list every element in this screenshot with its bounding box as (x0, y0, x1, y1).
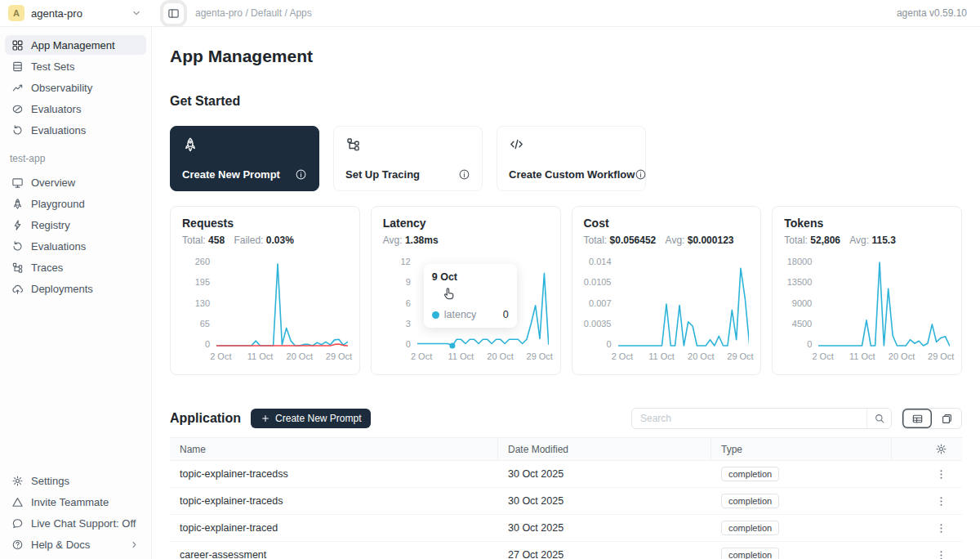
sidebar-item-app-evaluations[interactable]: Evaluations (5, 236, 146, 256)
tree-icon (11, 262, 24, 274)
create-custom-workflow-card[interactable]: Create Custom Workflow (497, 126, 646, 191)
tooltip-series-name: latency (444, 309, 477, 320)
chat-icon (11, 517, 24, 530)
y-axis: 260195130650 (182, 257, 216, 349)
app-date: 30 Oct 2025 (498, 522, 711, 534)
card-label: Create New Prompt (182, 168, 280, 181)
sidebar-item-help-docs[interactable]: Help & Docs (5, 534, 146, 554)
rocket-icon (182, 136, 198, 153)
chart-stats: Total: 52,806 Avg: 115.3 (784, 235, 950, 248)
tree-icon (345, 136, 361, 152)
main-content: App Management Get Started Create New Pr… (152, 27, 980, 559)
sidebar-item-label: Evaluators (31, 103, 81, 115)
series-dot (432, 311, 439, 319)
applications-table: Name Date Modified Type topic-explainer-… (170, 437, 962, 559)
x-axis: 2 Oct11 Oct20 Oct29 Oct (618, 351, 750, 363)
sidebar-item-traces[interactable]: Traces (5, 257, 146, 277)
row-actions[interactable] (892, 495, 962, 508)
plus-icon (261, 414, 270, 423)
chart-stats: Total: 458 Failed: 0.03% (182, 235, 348, 248)
application-title: Application (170, 411, 241, 426)
sidebar-item-deployments[interactable]: Deployments (5, 279, 146, 298)
sidebar-item-live-chat-support[interactable]: Live Chat Support: Off (5, 513, 146, 533)
sidebar-panel-icon (167, 7, 180, 20)
x-axis: 2 Oct11 Oct20 Oct29 Oct (216, 351, 348, 363)
info-icon[interactable] (458, 168, 470, 181)
app-name: topic-explainer-traceds (170, 495, 498, 507)
row-actions[interactable] (892, 522, 962, 534)
sidebar-item-label: Help & Docs (31, 539, 90, 551)
card-view-icon (941, 413, 953, 425)
info-icon[interactable] (635, 168, 647, 181)
trend-chart-icon (11, 82, 24, 94)
sidebar-item-label: Live Chat Support: Off (31, 517, 136, 530)
card-view-button[interactable] (932, 409, 961, 428)
sidebar-item-label: Overview (31, 177, 75, 189)
cost-plot (618, 257, 750, 349)
sidebar-item-observability[interactable]: Observability (5, 78, 146, 97)
tooltip-value: 0 (503, 309, 509, 320)
bolt-icon (11, 219, 24, 231)
table-row[interactable]: topic-explainer-traced 30 Oct 2025 compl… (170, 515, 962, 542)
search-icon (874, 413, 885, 424)
sidebar-item-evaluators[interactable]: Evaluators (5, 99, 146, 119)
chevron-down-icon (131, 7, 142, 19)
table-view-button[interactable] (902, 409, 932, 428)
sidebar-item-playground[interactable]: Playground (5, 194, 146, 213)
table-row[interactable]: topic-explainer-tracedss 30 Oct 2025 com… (170, 461, 962, 488)
kebab-menu-icon (935, 495, 947, 508)
column-header-type: Type (711, 438, 892, 460)
search-input[interactable] (632, 413, 866, 424)
kebab-menu-icon (935, 468, 947, 481)
search-button[interactable] (866, 409, 891, 428)
tooltip-date: 9 Oct (432, 271, 509, 283)
type-badge: completion (721, 548, 779, 559)
page-title: App Management (170, 47, 962, 66)
view-toggle (902, 408, 962, 429)
kebab-menu-icon (935, 522, 947, 534)
app-date: 30 Oct 2025 (498, 495, 711, 507)
requests-plot (216, 257, 348, 349)
sidebar-item-test-sets[interactable]: Test Sets (5, 56, 146, 76)
sidebar-item-label: Test Sets (31, 60, 74, 73)
sidebar-item-label: App Management (31, 39, 115, 51)
workspace-selector[interactable]: A agenta-pro (0, 5, 152, 21)
table-row[interactable]: career-assessment 27 Oct 2025 completion (170, 542, 962, 559)
table-row[interactable]: topic-explainer-traceds 30 Oct 2025 comp… (170, 488, 962, 515)
chart-title: Latency (383, 217, 549, 231)
sidebar-item-app-management[interactable]: App Management (5, 35, 146, 55)
gear-icon (11, 475, 24, 487)
topbar: A agenta-pro agenta-pro / Default / Apps… (0, 0, 980, 27)
kebab-menu-icon (935, 549, 947, 559)
y-axis: 1800013500900045000 (784, 257, 818, 349)
sidebar-item-overview[interactable]: Overview (5, 172, 146, 192)
sidebar-item-registry[interactable]: Registry (5, 215, 146, 235)
x-axis: 2 Oct11 Oct20 Oct29 Oct (818, 351, 950, 363)
sidebar-item-invite-teammate[interactable]: Invite Teammate (5, 492, 146, 512)
sidebar-toggle-button[interactable] (163, 3, 184, 24)
row-actions[interactable] (892, 468, 962, 481)
column-settings[interactable] (892, 438, 962, 460)
info-icon[interactable] (295, 168, 307, 181)
app-date: 30 Oct 2025 (498, 468, 711, 480)
app-name: career-assessment (170, 549, 498, 559)
sidebar-item-settings[interactable]: Settings (5, 471, 146, 490)
app-root: A agenta-pro agenta-pro / Default / Apps… (0, 0, 980, 559)
sidebar-item-label: Registry (31, 219, 70, 231)
y-axis: 0.0140.01050.0070.00350 (584, 257, 618, 349)
hand-cursor-icon (442, 286, 457, 301)
create-new-prompt-card[interactable]: Create New Prompt (170, 126, 319, 191)
app-date: 27 Oct 2025 (498, 549, 711, 559)
create-new-prompt-button[interactable]: Create New Prompt (251, 409, 371, 428)
set-up-tracing-card[interactable]: Set Up Tracing (333, 126, 483, 191)
breadcrumb[interactable]: agenta-pro / Default / Apps (195, 7, 312, 19)
cost-chart-card: Cost Total: $0.056452 Avg: $0.000123 0.0… (572, 206, 762, 375)
chart-stats: Avg: 1.38ms (383, 235, 549, 248)
sidebar-item-label: Traces (31, 262, 63, 274)
code-icon (509, 136, 524, 152)
sidebar-item-label: Playground (31, 198, 85, 210)
chevron-right-icon (129, 539, 140, 550)
row-actions[interactable] (892, 549, 962, 559)
sidebar-item-evaluations[interactable]: Evaluations (5, 120, 146, 140)
workspace-name: agenta-pro (31, 7, 82, 20)
